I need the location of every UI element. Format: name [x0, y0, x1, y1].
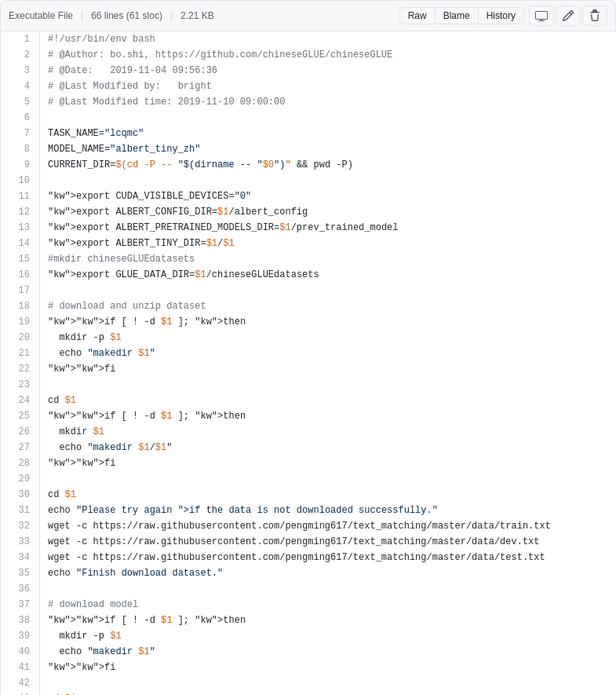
- file-lines: 66 lines (61 sloc): [91, 10, 162, 21]
- line-number: 13: [1, 220, 40, 236]
- table-row: 29: [1, 471, 617, 487]
- line-number: 7: [1, 126, 40, 141]
- line-code: # @Author: bo.shi, https://github.com/ch…: [40, 47, 617, 63]
- edit-icon: [562, 9, 574, 22]
- line-code: cd $1: [40, 691, 617, 695]
- table-row: 2# @Author: bo.shi, https://github.com/c…: [1, 47, 617, 63]
- delete-icon: [589, 9, 601, 22]
- code-table: 1#!/usr/bin/env bash2# @Author: bo.shi, …: [0, 31, 616, 695]
- line-number: 42: [1, 675, 40, 691]
- table-row: 12"kw">export ALBERT_CONFIG_DIR=$1/alber…: [1, 204, 617, 220]
- line-code: echo "Finish download dataset.": [40, 565, 617, 581]
- line-number: 34: [1, 550, 40, 565]
- line-code: CURRENT_DIR=$(cd -P -- "$(dirname -- "$0…: [40, 157, 617, 173]
- line-code: "kw">"kw">if [ ! -d $1 ]; "kw">then: [40, 314, 617, 330]
- line-code: cd $1: [40, 487, 617, 503]
- line-code: "kw">export CUDA_VISIBLE_DEVICES="0": [40, 188, 617, 204]
- table-row: 32wget -c https://raw.githubusercontent.…: [1, 518, 617, 534]
- line-code: [40, 110, 617, 126]
- table-row: 33wget -c https://raw.githubusercontent.…: [1, 534, 617, 550]
- desktop-icon-button[interactable]: [529, 5, 554, 26]
- delete-icon-button[interactable]: [582, 5, 607, 26]
- table-row: 30cd $1: [1, 487, 617, 503]
- line-number: 37: [1, 597, 40, 613]
- table-row: 39 mkdir -p $1: [1, 628, 617, 644]
- line-code: wget -c https://raw.githubusercontent.co…: [40, 518, 617, 534]
- line-number: 35: [1, 565, 40, 581]
- table-row: 25"kw">"kw">if [ ! -d $1 ]; "kw">then: [1, 408, 617, 424]
- view-buttons: Raw Blame History: [399, 7, 524, 24]
- line-code: echo "makedir $1": [40, 346, 617, 361]
- line-number: 10: [1, 173, 40, 188]
- table-row: 43cd $1: [1, 691, 617, 695]
- line-code: "kw">export ALBERT_CONFIG_DIR=$1/albert_…: [40, 204, 617, 220]
- file-size: 2.21 KB: [180, 10, 214, 21]
- raw-button[interactable]: Raw: [399, 7, 435, 24]
- table-row: 16"kw">export GLUE_DATA_DIR=$1/chineseGL…: [1, 267, 617, 283]
- table-row: 13"kw">export ALBERT_PRETRAINED_MODELS_D…: [1, 220, 617, 236]
- table-row: 4# @Last Modified by: bright: [1, 79, 617, 94]
- line-number: 9: [1, 157, 40, 173]
- line-code: mkdir -p $1: [40, 330, 617, 346]
- file-container: Executable File | 66 lines (61 sloc) | 2…: [0, 0, 616, 695]
- line-code: #!/usr/bin/env bash: [40, 31, 617, 47]
- table-row: 15#mkdir chineseGLUEdatasets: [1, 251, 617, 267]
- file-type: Executable File: [9, 10, 73, 21]
- blame-button[interactable]: Blame: [435, 7, 478, 24]
- table-row: 42: [1, 675, 617, 691]
- line-number: 30: [1, 487, 40, 503]
- line-number: 17: [1, 283, 40, 298]
- table-row: 11"kw">export CUDA_VISIBLE_DEVICES="0": [1, 188, 617, 204]
- line-code: #mkdir chineseGLUEdatasets: [40, 251, 617, 267]
- table-row: 9CURRENT_DIR=$(cd -P -- "$(dirname -- "$…: [1, 157, 617, 173]
- line-number: 3: [1, 63, 40, 79]
- line-code: "kw">export ALBERT_TINY_DIR=$1/$1: [40, 236, 617, 251]
- line-code: # download and unzip dataset: [40, 298, 617, 314]
- table-row: 14"kw">export ALBERT_TINY_DIR=$1/$1: [1, 236, 617, 251]
- edit-icon-button[interactable]: [556, 5, 581, 26]
- line-code: "kw">"kw">if [ ! -d $1 ]; "kw">then: [40, 408, 617, 424]
- file-meta: Executable File | 66 lines (61 sloc) | 2…: [9, 10, 214, 21]
- line-number: 39: [1, 628, 40, 644]
- table-row: 24cd $1: [1, 393, 617, 408]
- line-code: # download model: [40, 597, 617, 613]
- line-number: 5: [1, 94, 40, 110]
- desktop-icon: [535, 9, 548, 22]
- line-number: 38: [1, 613, 40, 628]
- table-row: 17: [1, 283, 617, 298]
- table-row: 34wget -c https://raw.githubusercontent.…: [1, 550, 617, 565]
- line-code: "kw">"kw">fi: [40, 455, 617, 471]
- line-number: 19: [1, 314, 40, 330]
- line-number: 20: [1, 330, 40, 346]
- table-row: 3# @Date: 2019-11-04 09:56:36: [1, 63, 617, 79]
- line-number: 40: [1, 644, 40, 660]
- table-row: 26 mkdir $1: [1, 424, 617, 440]
- table-row: 19"kw">"kw">if [ ! -d $1 ]; "kw">then: [1, 314, 617, 330]
- line-number: 28: [1, 455, 40, 471]
- table-row: 38"kw">"kw">if [ ! -d $1 ]; "kw">then: [1, 613, 617, 628]
- history-button[interactable]: History: [478, 7, 524, 24]
- table-row: 8MODEL_NAME="albert_tiny_zh": [1, 141, 617, 157]
- table-row: 21 echo "makedir $1": [1, 346, 617, 361]
- line-code: echo "makedir $1/$1": [40, 440, 617, 455]
- table-row: 5# @Last Modified time: 2019-11-10 09:00…: [1, 94, 617, 110]
- table-row: 27 echo "makedir $1/$1": [1, 440, 617, 455]
- line-code: [40, 581, 617, 597]
- line-number: 2: [1, 47, 40, 63]
- line-number: 26: [1, 424, 40, 440]
- line-number: 21: [1, 346, 40, 361]
- line-number: 8: [1, 141, 40, 157]
- line-code: # @Last Modified time: 2019-11-10 09:00:…: [40, 94, 617, 110]
- table-row: 23: [1, 377, 617, 393]
- line-number: 14: [1, 236, 40, 251]
- line-number: 25: [1, 408, 40, 424]
- line-code: [40, 675, 617, 691]
- line-code: MODEL_NAME="albert_tiny_zh": [40, 141, 617, 157]
- line-number: 1: [1, 31, 40, 47]
- line-number: 15: [1, 251, 40, 267]
- line-code: echo "makedir $1": [40, 644, 617, 660]
- line-code: mkdir -p $1: [40, 628, 617, 644]
- table-row: 28"kw">"kw">fi: [1, 455, 617, 471]
- line-code: "kw">"kw">if [ ! -d $1 ]; "kw">then: [40, 613, 617, 628]
- line-number: 4: [1, 79, 40, 94]
